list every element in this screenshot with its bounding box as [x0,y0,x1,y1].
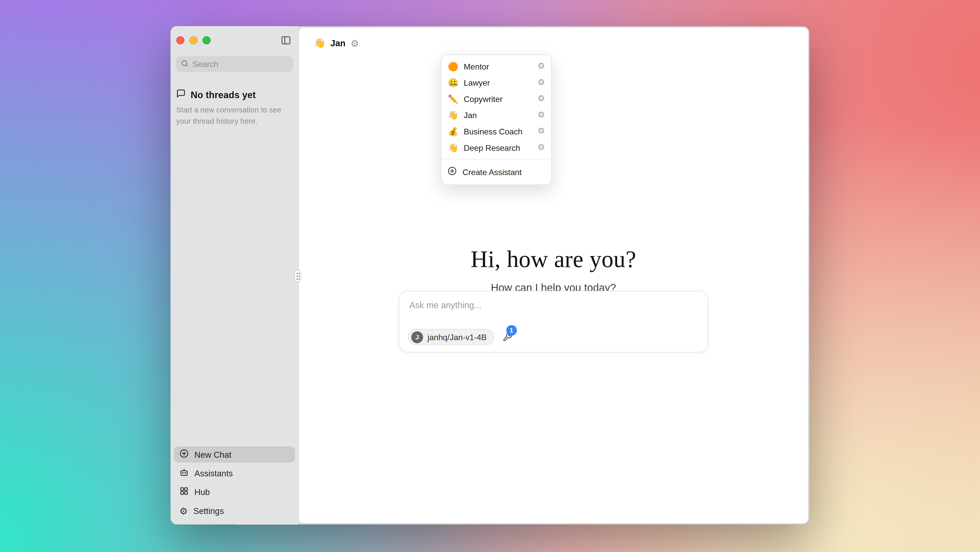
tools-button[interactable]: 1 [502,332,512,342]
hub-grid-icon [180,486,189,498]
search-box [176,56,293,72]
settings-gear-icon: ⚙ [180,506,188,515]
nav-label: Settings [194,506,224,515]
app-window: No threads yet Start a new conversation … [171,26,810,525]
menu-item-deep-research[interactable]: 👋 Deep Research ⚙ [441,140,551,156]
desktop-background: No threads yet Start a new conversation … [0,0,980,552]
minimize-button[interactable] [189,36,197,45]
assistant-emoji: 👋 [313,38,325,49]
search-input[interactable] [192,59,288,69]
assistant-selector[interactable]: 👋 Jan ⚙ [313,35,359,52]
nav-label: New Chat [194,450,231,459]
greeting-title: Hi, how are you? [299,245,808,273]
business-coach-settings-icon[interactable]: ⚙ [538,127,545,135]
copywriter-settings-icon[interactable]: ⚙ [538,95,545,103]
sidebar-item-assistants[interactable]: Assistants [174,465,295,482]
panel-resize-handle[interactable] [294,270,301,282]
assistant-robot-icon [180,468,189,479]
menu-item-jan[interactable]: 👋 Jan ⚙ [441,107,551,123]
menu-item-copywriter[interactable]: ✏️ Copywriter ⚙ [441,91,551,107]
assistant-name: Jan [331,38,345,48]
menu-item-business-coach[interactable]: 💰 Business Coach ⚙ [441,123,551,140]
empty-state-heading: No threads yet [191,89,256,100]
close-button[interactable] [177,36,185,45]
mentor-settings-icon[interactable]: ⚙ [538,62,545,70]
empty-state-title: No threads yet [177,89,256,100]
business-coach-emoji: 💰 [447,126,459,136]
sidebar-item-new-chat[interactable]: New Chat [174,447,295,463]
chat-bubble-icon [177,89,186,100]
message-input[interactable] [409,300,698,323]
greeting: Hi, how are you? How can I help you toda… [299,245,808,294]
window-controls [177,36,211,45]
message-composer: J janhq/Jan-v1-4B 1 [399,291,708,352]
nav-label: Hub [194,487,210,497]
deep-research-settings-icon[interactable]: ⚙ [538,143,545,152]
search-icon [181,59,189,70]
plus-circle-icon [447,166,457,178]
sidebar-item-settings[interactable]: ⚙ Settings [174,503,295,519]
menu-item-mentor[interactable]: 🟠 Mentor ⚙ [441,58,551,74]
sidebar-item-hub[interactable]: Hub [174,484,295,500]
create-assistant-button[interactable]: Create Assistant [441,162,551,181]
model-avatar: J [411,331,423,343]
plus-circle-icon [180,449,189,460]
composer-footer: J janhq/Jan-v1-4B 1 [408,329,512,345]
sidebar: No threads yet Start a new conversation … [171,26,298,525]
jan-emoji: 👋 [447,110,459,120]
menu-item-lawyer[interactable]: 🤐 Lawyer ⚙ [441,74,551,91]
empty-state-description: Start a new conversation to see your thr… [177,105,288,127]
lawyer-emoji: 🤐 [447,78,459,87]
copywriter-emoji: ✏️ [447,94,459,104]
jan-settings-icon[interactable]: ⚙ [538,111,545,119]
menu-divider [441,159,551,159]
zoom-button[interactable] [202,36,211,45]
grip-dots-icon [295,272,300,280]
lawyer-settings-icon[interactable]: ⚙ [538,78,545,87]
model-name: janhq/Jan-v1-4B [427,332,487,342]
model-selector[interactable]: J janhq/Jan-v1-4B [408,329,494,345]
assistant-dropdown-menu: 🟠 Mentor ⚙ 🤐 Lawyer ⚙ ✏️ Copywriter ⚙ 👋 … [441,54,552,185]
sidebar-toggle-icon[interactable] [281,35,291,46]
tools-count-badge: 1 [506,325,517,336]
nav-label: Assistants [194,468,232,478]
mentor-emoji: 🟠 [447,61,459,71]
chat-panel: 👋 Jan ⚙ 🟠 Mentor ⚙ 🤐 Lawyer ⚙ ✏️ C [298,27,809,524]
sidebar-nav: New Chat Assistants [174,447,295,519]
assistant-settings-icon[interactable]: ⚙ [350,38,359,48]
deep-research-emoji: 👋 [447,143,459,153]
